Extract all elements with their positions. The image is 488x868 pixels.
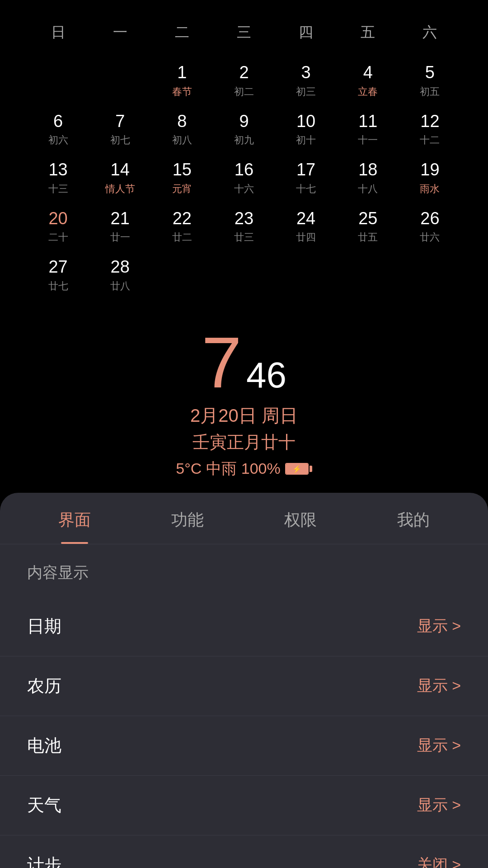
settings-pedometer[interactable]: 计步 关闭 >	[0, 835, 488, 868]
clock-info: 5°C 中雨 100% ⚡	[0, 458, 488, 479]
day-lunar: 雨水	[420, 182, 440, 196]
tab-mine[interactable]: 我的	[357, 493, 470, 544]
calendar-day[interactable]: 8初八	[151, 105, 213, 154]
day-number: 24	[296, 208, 315, 229]
clock-weather: 5°C 中雨	[176, 458, 237, 479]
day-number: 18	[358, 160, 377, 180]
weekday-0: 日	[27, 18, 89, 47]
day-number: 17	[296, 160, 315, 180]
day-lunar: 初十	[296, 133, 316, 147]
lunar-label: 农历	[27, 675, 61, 698]
day-number: 23	[235, 208, 253, 229]
calendar-day[interactable]: 4立春	[337, 56, 399, 105]
day-lunar: 春节	[172, 85, 192, 99]
tab-interface[interactable]: 界面	[18, 493, 131, 544]
day-lunar: 廿六	[420, 231, 440, 244]
calendar-day[interactable]: 23廿三	[213, 202, 275, 251]
calendar-day[interactable]: 25廿五	[337, 202, 399, 251]
weekday-header: 日 一 二 三 四 五 六	[27, 18, 461, 47]
day-number: 10	[296, 111, 315, 132]
weekday-4: 四	[275, 18, 337, 47]
calendar-day[interactable]: 10初十	[275, 105, 337, 154]
calendar-day	[213, 250, 275, 299]
day-number: 19	[420, 160, 439, 180]
clock-time: 7 46	[0, 326, 488, 399]
weekday-5: 五	[337, 18, 399, 47]
clock-battery-text: 100%	[241, 460, 281, 477]
day-number: 14	[111, 160, 130, 180]
day-number: 28	[111, 257, 130, 278]
calendar-day[interactable]: 18十八	[337, 153, 399, 202]
day-lunar: 初九	[234, 133, 254, 147]
settings-battery[interactable]: 电池 显示 >	[0, 716, 488, 776]
calendar-day[interactable]: 27廿七	[27, 250, 89, 299]
calendar-day[interactable]: 15元宵	[151, 153, 213, 202]
clock-section: 7 46 2月20日 周日 壬寅正月廿十 5°C 中雨 100% ⚡	[0, 308, 488, 488]
pedometer-value: 关闭 >	[417, 854, 461, 868]
battery-label: 电池	[27, 734, 61, 757]
day-number: 8	[177, 111, 187, 132]
day-lunar: 初五	[420, 85, 440, 99]
day-number: 11	[358, 111, 377, 132]
day-lunar: 廿三	[234, 231, 254, 244]
lunar-value: 显示 >	[417, 675, 461, 696]
calendar-day[interactable]: 17十七	[275, 153, 337, 202]
calendar-day[interactable]: 1春节	[151, 56, 213, 105]
day-lunar: 廿七	[48, 279, 68, 293]
day-lunar: 初六	[48, 133, 68, 147]
tab-bar: 界面 功能 权限 我的	[0, 493, 488, 544]
day-lunar: 廿一	[110, 231, 130, 244]
settings-weather[interactable]: 天气 显示 >	[0, 776, 488, 835]
calendar-day[interactable]: 14情人节	[89, 153, 151, 202]
battery-body: ⚡	[285, 463, 309, 475]
day-lunar: 初七	[110, 133, 130, 147]
calendar-day[interactable]: 24廿四	[275, 202, 337, 251]
calendar-day[interactable]: 13十三	[27, 153, 89, 202]
calendar-day[interactable]: 11十一	[337, 105, 399, 154]
day-lunar: 十二	[420, 133, 440, 147]
calendar-day[interactable]: 9初九	[213, 105, 275, 154]
calendar-day[interactable]: 28廿八	[89, 250, 151, 299]
day-lunar: 元宵	[172, 182, 192, 196]
calendar-day	[399, 250, 461, 299]
weather-label: 天气	[27, 794, 61, 817]
calendar-day[interactable]: 21廿一	[89, 202, 151, 251]
calendar-day[interactable]: 20二十	[27, 202, 89, 251]
calendar-day[interactable]: 22廿二	[151, 202, 213, 251]
day-number: 9	[239, 111, 249, 132]
calendar-day[interactable]: 16十六	[213, 153, 275, 202]
calendar-day[interactable]: 2初二	[213, 56, 275, 105]
day-lunar: 十六	[234, 182, 254, 196]
weekday-1: 一	[89, 18, 151, 47]
tab-permission[interactable]: 权限	[244, 493, 357, 544]
calendar-day	[337, 250, 399, 299]
day-number: 25	[358, 208, 377, 229]
calendar-day[interactable]: 3初三	[275, 56, 337, 105]
weekday-2: 二	[151, 18, 213, 47]
tab-function[interactable]: 功能	[131, 493, 244, 544]
calendar-day[interactable]: 5初五	[399, 56, 461, 105]
clock-minute: 46	[246, 354, 286, 396]
day-number: 22	[173, 208, 192, 229]
calendar-day[interactable]: 12十二	[399, 105, 461, 154]
settings-date[interactable]: 日期 显示 >	[0, 597, 488, 656]
day-lunar: 二十	[48, 231, 68, 244]
calendar-day	[89, 56, 151, 105]
calendar-day	[275, 250, 337, 299]
settings-lunar[interactable]: 农历 显示 >	[0, 656, 488, 716]
day-lunar: 立春	[358, 85, 378, 99]
day-lunar: 初三	[296, 85, 316, 99]
day-number: 1	[177, 62, 187, 83]
calendar-day[interactable]: 19雨水	[399, 153, 461, 202]
day-lunar: 廿四	[296, 231, 316, 244]
day-lunar: 十八	[358, 182, 378, 196]
calendar-day[interactable]: 7初七	[89, 105, 151, 154]
settings-content: 内容显示 日期 显示 > 农历 显示 > 电池 显示 > 天气 显示 > 计步 …	[0, 544, 488, 868]
date-label: 日期	[27, 615, 61, 638]
day-lunar: 十七	[296, 182, 316, 196]
date-value: 显示 >	[417, 616, 461, 637]
calendar-day[interactable]: 26廿六	[399, 202, 461, 251]
calendar-day[interactable]: 6初六	[27, 105, 89, 154]
day-number: 4	[363, 62, 373, 83]
clock-date: 2月20日 周日	[0, 403, 488, 428]
